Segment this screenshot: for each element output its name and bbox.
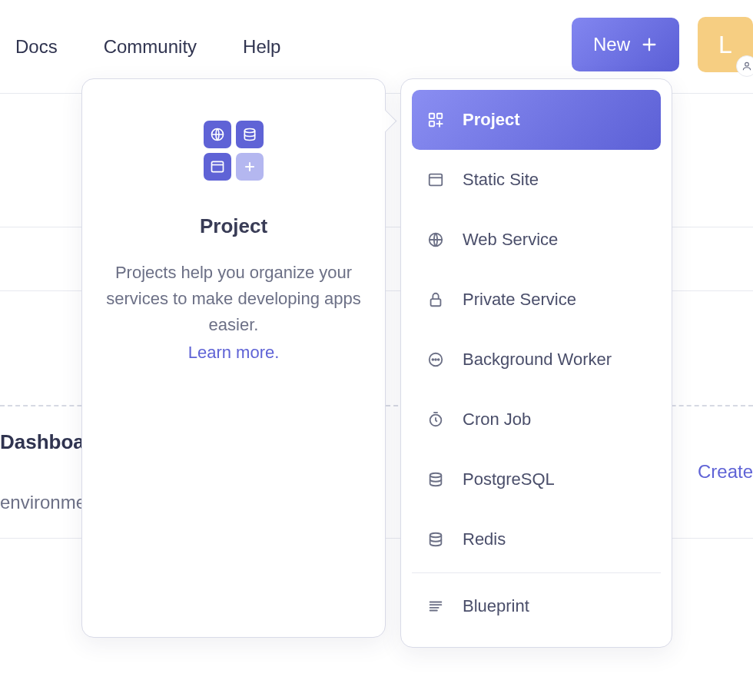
menu-item-label: Cron Job [463, 410, 531, 430]
info-flyout: Project Projects help you organize your … [81, 78, 386, 638]
project-icon-grid [204, 121, 264, 181]
globe-icon [427, 231, 444, 248]
menu-item-label: Blueprint [463, 596, 529, 616]
menu-item-background-worker[interactable]: Background Worker [412, 330, 661, 390]
learn-more-link[interactable]: Learn more. [188, 343, 280, 363]
menu-item-label: Redis [463, 529, 506, 549]
menu-item-project[interactable]: Project [412, 90, 661, 150]
menu-item-label: Project [463, 110, 520, 130]
menu-item-label: Background Worker [463, 350, 612, 370]
info-description: Projects help you organize your services… [102, 260, 365, 338]
menu-item-static-site[interactable]: Static Site [412, 150, 661, 210]
database-icon [427, 471, 444, 488]
svg-rect-5 [437, 114, 442, 118]
svg-point-11 [432, 359, 433, 360]
lock-icon [427, 291, 444, 308]
environment-text: environme [0, 492, 86, 513]
grid-plus-icon [427, 111, 444, 128]
svg-rect-6 [430, 121, 434, 126]
new-button[interactable]: New [572, 18, 679, 71]
person-icon [736, 55, 753, 77]
menu-item-private-service[interactable]: Private Service [412, 270, 661, 330]
svg-rect-7 [430, 174, 443, 186]
menu-item-blueprint[interactable]: Blueprint [412, 576, 661, 636]
worker-icon [427, 351, 444, 368]
svg-rect-9 [431, 299, 441, 306]
nav-help[interactable]: Help [243, 36, 280, 58]
window-tile-icon [204, 153, 231, 181]
database-icon [427, 531, 444, 548]
nav-links: Docs Community Help [15, 36, 280, 58]
info-title: Project [200, 214, 267, 238]
menu-item-cron-job[interactable]: Cron Job [412, 390, 661, 450]
svg-point-13 [438, 359, 440, 360]
timer-icon [427, 411, 444, 428]
menu-item-label: Web Service [463, 230, 558, 250]
svg-point-15 [430, 473, 442, 478]
svg-point-0 [745, 62, 749, 66]
plus-tile-icon [236, 153, 264, 181]
svg-rect-3 [212, 161, 224, 171]
nav-docs[interactable]: Docs [15, 36, 58, 58]
nav-community[interactable]: Community [104, 36, 197, 58]
create-link[interactable]: Create [698, 461, 753, 483]
menu-item-redis[interactable]: Redis [412, 509, 661, 569]
menu-item-web-service[interactable]: Web Service [412, 210, 661, 270]
user-avatar[interactable]: L [698, 17, 753, 72]
menu-item-label: Private Service [463, 290, 576, 310]
svg-point-12 [435, 359, 436, 360]
new-button-label: New [593, 34, 630, 55]
globe-tile-icon [204, 121, 231, 148]
lines-icon [427, 598, 444, 615]
menu-item-label: PostgreSQL [463, 469, 555, 489]
menu-separator [412, 572, 661, 573]
dashboard-heading: Dashboa [0, 430, 85, 454]
svg-point-2 [244, 129, 254, 133]
svg-point-16 [430, 533, 442, 538]
window-icon [427, 171, 444, 188]
menu-item-postgresql[interactable]: PostgreSQL [412, 450, 661, 509]
svg-rect-4 [430, 114, 434, 118]
new-dropdown: Project Static Site Web Service Private … [400, 78, 672, 648]
plus-icon [641, 36, 658, 53]
menu-item-label: Static Site [463, 170, 539, 190]
database-tile-icon [236, 121, 264, 148]
